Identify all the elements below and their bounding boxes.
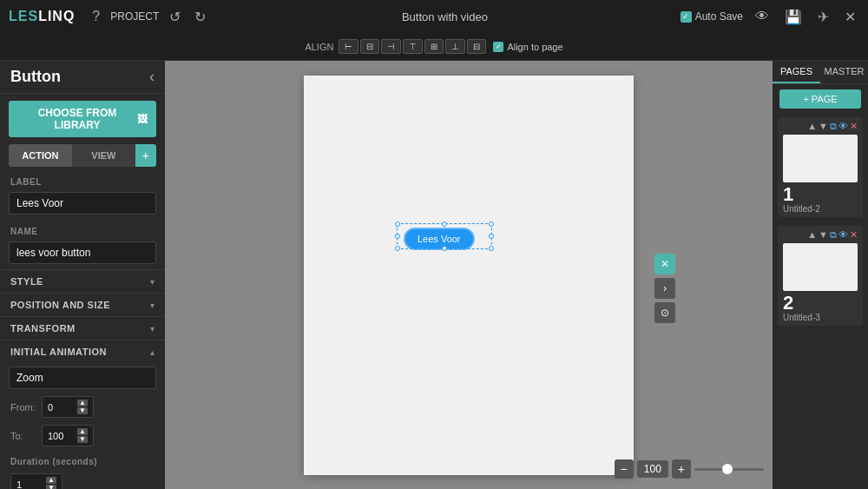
autosave: ✓ Auto Save — [681, 10, 743, 23]
page-2-duplicate-icon[interactable]: ⧉ — [830, 229, 837, 241]
handle-top-left[interactable] — [395, 221, 400, 227]
transform-chevron-icon: ▾ — [150, 324, 155, 334]
help-icon[interactable]: ? — [89, 7, 103, 26]
zoom-value: 100 — [637, 460, 668, 478]
from-decrement-button[interactable]: ▼ — [77, 407, 88, 414]
transform-label: TRANSFORM — [10, 323, 76, 334]
align-left-button[interactable]: ⊢ — [339, 39, 358, 54]
canvas-side-green-button[interactable]: ✕ — [654, 254, 675, 274]
right-panel: PAGES MASTER + PAGE ▲ ▼ ⧉ 👁 ✕ 1 Untitled… — [773, 61, 868, 489]
handle-top-mid[interactable] — [442, 221, 447, 227]
align-right-button[interactable]: ⊣ — [381, 39, 401, 54]
from-input[interactable] — [48, 402, 74, 413]
to-increment-button[interactable]: ▲ — [77, 428, 88, 435]
page-2-number: 2 — [783, 294, 793, 313]
page-2-delete-icon[interactable]: ✕ — [850, 229, 858, 241]
from-input-wrap: ▲ ▼ — [42, 396, 94, 418]
name-input[interactable] — [9, 241, 156, 264]
page-2-up-icon[interactable]: ▲ — [807, 229, 817, 241]
page-1-down-icon[interactable]: ▼ — [819, 121, 828, 132]
page-1-duplicate-icon[interactable]: ⧉ — [830, 121, 837, 132]
button-element[interactable]: Lees Voor — [404, 228, 475, 250]
view-button[interactable]: VIEW — [72, 144, 135, 167]
from-increment-button[interactable]: ▲ — [77, 400, 88, 406]
distribute-button[interactable]: ⊟ — [467, 39, 486, 54]
panel-header: Button ‹ — [0, 61, 165, 94]
canvas[interactable]: Lees Voor — [304, 76, 634, 475]
to-input[interactable] — [48, 431, 74, 441]
handle-bottom-left[interactable] — [395, 246, 400, 251]
canvas-area: Lees Voor ✕ › ⊙ − 100 + — [165, 61, 773, 489]
library-button-label: CHOOSE FROM LIBRARY — [17, 107, 137, 131]
style-chevron-icon: ▾ — [150, 277, 155, 287]
transform-section[interactable]: TRANSFORM ▾ — [0, 316, 165, 340]
to-row: To: ▲ ▼ — [0, 421, 165, 450]
redo-icon[interactable]: ↻ — [191, 7, 209, 27]
align-top-button[interactable]: ⊤ — [403, 39, 423, 54]
action-button[interactable]: ACTION — [9, 144, 72, 167]
handle-mid-right[interactable] — [489, 234, 494, 239]
choose-from-library-button[interactable]: CHOOSE FROM LIBRARY 🖼 — [9, 101, 156, 137]
topbar-right: ✓ Auto Save 👁 💾 ✈ ✕ — [681, 7, 859, 27]
page-1-up-icon[interactable]: ▲ — [807, 121, 817, 132]
duration-input-wrap: ▲ ▼ — [10, 473, 62, 489]
master-tab[interactable]: MASTER — [820, 61, 868, 83]
duration-stepper: ▲ ▼ — [46, 477, 56, 489]
add-action-button[interactable]: + — [135, 144, 156, 167]
align-to-page-toggle[interactable]: ✓ Align to page — [493, 42, 562, 52]
close-icon[interactable]: ✕ — [841, 7, 859, 27]
canvas-side-settings-button[interactable]: ⊙ — [654, 302, 675, 323]
page-2-eye-icon[interactable]: 👁 — [838, 229, 848, 241]
project-label[interactable]: PROJECT — [110, 10, 159, 23]
page-1-thumbnail — [783, 135, 858, 182]
name-section-header: NAME — [0, 220, 165, 240]
canvas-side-nav-button[interactable]: › — [654, 278, 675, 299]
zoom-out-button[interactable]: − — [615, 459, 634, 479]
undo-icon[interactable]: ↺ — [166, 7, 184, 27]
duration-increment-button[interactable]: ▲ — [46, 477, 56, 484]
align-center-v-button[interactable]: ⊞ — [424, 39, 444, 54]
align-to-page-label: Align to page — [507, 42, 562, 52]
handle-mid-left[interactable] — [395, 234, 400, 239]
page-2-card: ▲ ▼ ⧉ 👁 ✕ 2 Untitled-3 — [778, 226, 863, 326]
handle-top-right[interactable] — [489, 221, 494, 227]
add-page-button[interactable]: + PAGE — [779, 89, 861, 109]
panel-close-button[interactable]: ‹ — [149, 68, 155, 86]
canvas-side-buttons: ✕ › ⊙ — [654, 254, 675, 323]
duration-input[interactable] — [16, 479, 43, 490]
from-stepper: ▲ ▼ — [77, 400, 88, 414]
label-input[interactable] — [9, 192, 156, 215]
initial-animation-section[interactable]: INITIAL ANIMATION ▴ — [0, 340, 165, 363]
page-1-delete-icon[interactable]: ✕ — [850, 121, 858, 132]
duration-decrement-button[interactable]: ▼ — [46, 485, 56, 489]
to-decrement-button[interactable]: ▼ — [77, 436, 88, 443]
pages-tab[interactable]: PAGES — [773, 61, 820, 83]
save-icon[interactable]: 💾 — [781, 7, 806, 27]
animation-type-select[interactable]: Zoom — [9, 367, 156, 389]
handle-bottom-right[interactable] — [489, 246, 494, 251]
align-label: ALIGN — [305, 42, 333, 52]
align-bottom-button[interactable]: ⊥ — [445, 39, 465, 54]
logo: LESLINQ — [9, 9, 75, 24]
topbar: LESLINQ ? PROJECT ↺ ↻ Button with video … — [0, 0, 868, 33]
page-2-thumbnail — [783, 243, 858, 291]
to-label: To: — [10, 431, 36, 441]
panel-title: Button — [10, 68, 61, 86]
position-size-label: POSITION AND SIZE — [10, 300, 110, 310]
share-icon[interactable]: ✈ — [814, 7, 832, 27]
zoom-in-button[interactable]: + — [672, 459, 691, 479]
align-center-h-button[interactable]: ⊟ — [360, 39, 379, 54]
page-1-eye-icon[interactable]: 👁 — [838, 121, 848, 132]
position-size-chevron-icon: ▾ — [150, 301, 155, 310]
style-label: STYLE — [10, 276, 43, 287]
style-section[interactable]: STYLE ▾ — [0, 269, 165, 293]
alignbar: ALIGN ⊢ ⊟ ⊣ ⊤ ⊞ ⊥ ⊟ ✓ Align to page — [0, 33, 868, 61]
position-size-section[interactable]: POSITION AND SIZE ▾ — [0, 293, 165, 316]
label-section-header: LABEL — [0, 170, 165, 190]
initial-animation-chevron-icon: ▴ — [150, 347, 155, 357]
page-1-actions: ▲ ▼ ⧉ 👁 ✕ — [783, 121, 858, 132]
zoom-slider[interactable] — [694, 468, 764, 471]
pages-tabs: PAGES MASTER — [773, 61, 868, 84]
page-2-down-icon[interactable]: ▼ — [819, 229, 828, 241]
preview-icon[interactable]: 👁 — [752, 7, 773, 26]
